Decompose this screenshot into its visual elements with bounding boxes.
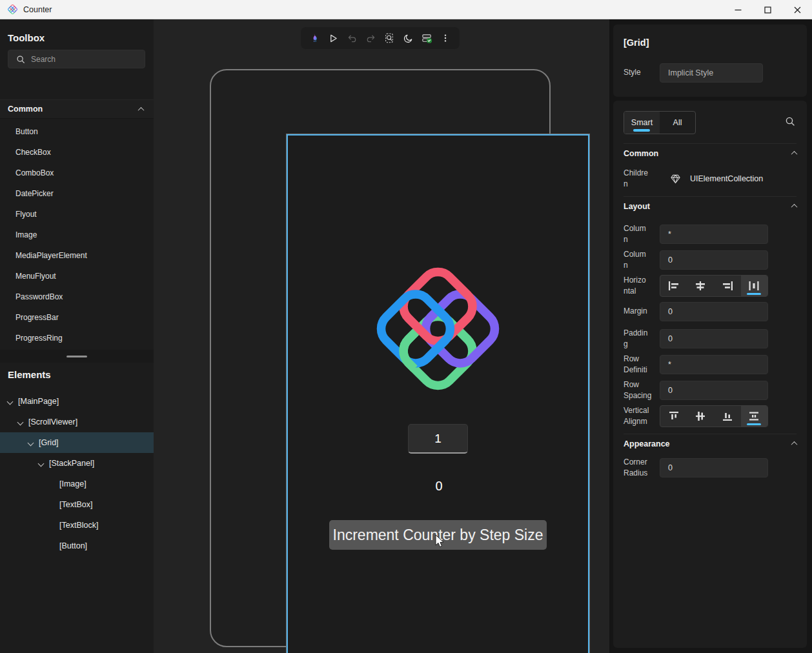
tree-item-button[interactable]: [Button]: [0, 536, 154, 556]
app-window: Counter Toolbox Common Button CheckBox: [0, 0, 812, 653]
vertical-alignment-row: Vertical Alignm: [624, 405, 768, 428]
style-property-row: Style: [624, 63, 763, 83]
toolbox-item-passwordbox[interactable]: PasswordBox: [0, 286, 154, 307]
section-common[interactable]: Common: [624, 143, 797, 163]
tree-item-stackpanel[interactable]: [StackPanel]: [0, 453, 154, 474]
horizontal-alignment-toggle-group: [660, 275, 768, 297]
hot-reload-flame-icon[interactable]: [307, 30, 323, 46]
design-canvas: 0 Increment Counter by Step Size Grid - …: [154, 19, 609, 653]
minimize-button[interactable]: [723, 0, 753, 19]
left-sidebar: Toolbox Common Button CheckBox ComboBox …: [0, 19, 154, 653]
align-top-button[interactable]: [660, 406, 687, 427]
stretch-horizontal-button[interactable]: [741, 276, 768, 296]
gem-icon: [670, 174, 681, 185]
column-definitions-row: Colum n: [624, 223, 768, 246]
chevron-down-icon[interactable]: [7, 398, 14, 405]
style-value-input[interactable]: [660, 63, 763, 83]
properties-card: Smart All Common Childre n UIE: [613, 101, 807, 648]
mouse-cursor: [434, 534, 447, 548]
selected-element-title: [Grid]: [624, 37, 649, 48]
toolbox-item-image[interactable]: Image: [0, 225, 154, 245]
titlebar: Counter: [0, 0, 812, 19]
chevron-down-icon[interactable]: [38, 460, 45, 467]
chevron-up-icon: [791, 204, 798, 210]
column-spacing-row: Colum n: [624, 249, 768, 272]
children-property-row: Childre n UIElementCollection: [624, 168, 763, 190]
chevron-down-icon[interactable]: [28, 439, 34, 446]
stretch-vertical-button[interactable]: [741, 406, 768, 427]
undo-icon[interactable]: [344, 30, 361, 46]
search-icon: [16, 55, 25, 64]
selected-toggle-underline: [747, 293, 761, 296]
counter-value-text[interactable]: 0: [211, 479, 609, 494]
chevron-down-icon[interactable]: [17, 419, 24, 425]
row-definitions-row: Row Definiti: [624, 354, 768, 376]
row-spacing-row: Row Spacing: [624, 379, 768, 402]
properties-panel: [Grid] Style Smart All Common: [609, 19, 812, 653]
toolbox-item-button[interactable]: Button: [0, 121, 154, 142]
redo-icon[interactable]: [363, 30, 380, 46]
toolbox-search[interactable]: [8, 50, 145, 68]
selected-toggle-underline: [747, 423, 761, 426]
chevron-up-icon: [138, 106, 145, 113]
corner-radius-row: Corner Radius: [624, 457, 768, 479]
toolbox-item-checkbox[interactable]: CheckBox: [0, 142, 154, 163]
toolbox-item-progressbar[interactable]: ProgressBar: [0, 307, 154, 328]
zoom-selection-icon[interactable]: [381, 30, 398, 46]
toolbox-item-mediaplayerelement[interactable]: MediaPlayerElement: [0, 245, 154, 266]
app-logo-icon: [7, 4, 18, 15]
horizontal-alignment-row: Horizo ntal: [624, 275, 768, 297]
children-value[interactable]: UIElementCollection: [690, 174, 763, 183]
toolbox-search-input[interactable]: [31, 55, 134, 64]
toolbox-item-progressring[interactable]: ProgressRing: [0, 328, 154, 348]
selection-header-card: [Grid] Style: [613, 25, 807, 97]
toolbox-item-datepicker[interactable]: DatePicker: [0, 183, 154, 204]
more-options-icon[interactable]: [437, 30, 454, 46]
tree-item-textbox[interactable]: [TextBox]: [0, 494, 154, 515]
tree-item-textblock[interactable]: [TextBlock]: [0, 515, 154, 536]
maximize-button[interactable]: [753, 0, 782, 19]
chevron-up-icon: [791, 441, 798, 448]
panel-splitter[interactable]: [0, 350, 154, 363]
active-tab-underline: [633, 129, 650, 132]
column-definitions-input[interactable]: [660, 225, 768, 244]
toolbox-item-combobox[interactable]: ComboBox: [0, 163, 154, 183]
column-spacing-input[interactable]: [660, 250, 768, 270]
margin-input[interactable]: [660, 302, 768, 321]
row-spacing-input[interactable]: [660, 381, 768, 400]
device-frame: 0 Increment Counter by Step Size Grid - …: [210, 69, 551, 647]
search-icon[interactable]: [785, 116, 795, 126]
step-size-textbox[interactable]: [408, 424, 468, 454]
tab-all[interactable]: All: [660, 112, 695, 134]
section-layout[interactable]: Layout: [624, 196, 797, 216]
toolbox-item-menuflyout[interactable]: MenuFlyout: [0, 266, 154, 286]
style-label: Style: [624, 67, 660, 78]
close-button[interactable]: [782, 0, 812, 19]
section-appearance[interactable]: Appearance: [624, 434, 797, 453]
tree-item-grid-selected[interactable]: [Grid]: [0, 432, 154, 453]
app-title: Counter: [23, 5, 52, 14]
chevron-up-icon: [791, 151, 798, 157]
theme-moon-icon[interactable]: [400, 30, 416, 46]
align-left-button[interactable]: [660, 276, 687, 296]
row-definitions-input[interactable]: [660, 355, 768, 374]
toolbox-item-flyout[interactable]: Flyout: [0, 204, 154, 225]
elements-title: Elements: [8, 369, 51, 380]
toolbox-section-common[interactable]: Common: [0, 99, 154, 119]
diagnostics-check-icon[interactable]: [418, 30, 435, 46]
tree-item-image[interactable]: [Image]: [0, 474, 154, 494]
align-center-horizontal-button[interactable]: [687, 276, 715, 296]
align-bottom-button[interactable]: [714, 406, 741, 427]
padding-input[interactable]: [660, 329, 768, 348]
play-icon[interactable]: [325, 30, 342, 46]
align-right-button[interactable]: [714, 276, 741, 296]
uno-logo-image[interactable]: [368, 259, 508, 399]
margin-row: Margin: [624, 302, 768, 321]
designer-toolbar: [301, 27, 460, 49]
corner-radius-input[interactable]: [660, 458, 768, 477]
align-center-vertical-button[interactable]: [687, 406, 715, 427]
tab-smart[interactable]: Smart: [624, 112, 660, 134]
tree-item-mainpage[interactable]: [MainPage]: [0, 391, 154, 412]
section-common-label: Common: [8, 105, 43, 114]
tree-item-scrollviewer[interactable]: [ScrollViewer]: [0, 412, 154, 432]
